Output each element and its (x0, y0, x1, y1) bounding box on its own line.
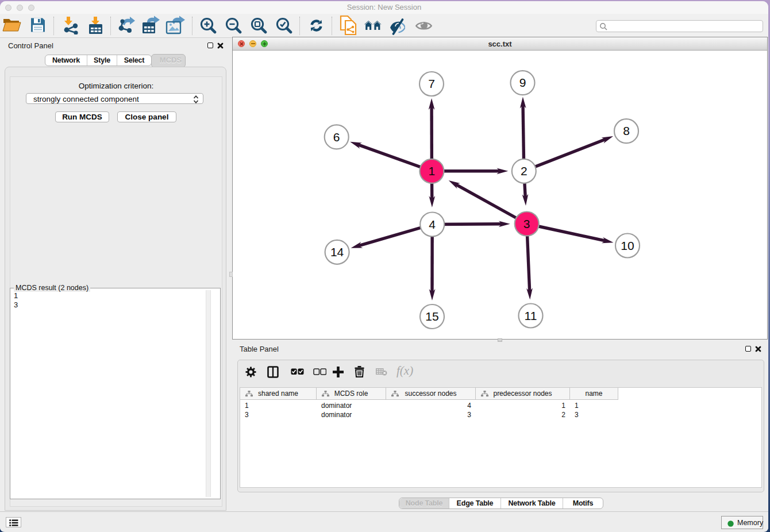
svg-text:9: 9 (519, 76, 526, 89)
svg-text:4: 4 (429, 218, 436, 231)
svg-text:10: 10 (621, 239, 634, 252)
svg-text:15: 15 (425, 310, 438, 323)
svg-text:7: 7 (428, 77, 435, 90)
svg-text:14: 14 (330, 245, 344, 259)
svg-text:11: 11 (525, 309, 537, 322)
svg-text:6: 6 (333, 130, 340, 144)
svg-text:8: 8 (623, 124, 630, 137)
svg-text:1: 1 (429, 164, 436, 178)
svg-text:3: 3 (523, 217, 530, 230)
svg-text:2: 2 (521, 164, 528, 178)
